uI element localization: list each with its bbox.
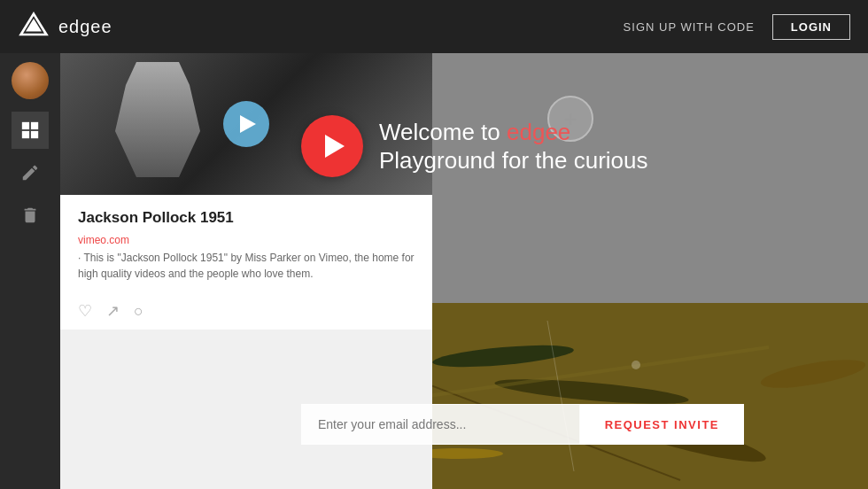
email-input[interactable]	[301, 404, 580, 445]
logo-text: edgee	[58, 17, 112, 37]
logo-icon	[18, 11, 50, 43]
avatar[interactable]	[12, 62, 49, 99]
welcome-prefix: Welcome to	[379, 119, 507, 145]
sidebar	[0, 53, 60, 489]
pencil-icon	[20, 163, 40, 182]
welcome-play-button[interactable]	[301, 115, 363, 177]
signup-with-code-link[interactable]: SIGN UP WITH CODE	[624, 20, 755, 34]
header: edgee SIGN UP WITH CODE LOGIN	[0, 0, 868, 53]
sidebar-trash-icon[interactable]	[12, 197, 49, 234]
svg-rect-3	[31, 122, 38, 129]
svg-rect-4	[22, 131, 29, 138]
video-card: Jackson Pollock 1951 vimeo.com · This is…	[60, 53, 432, 330]
svg-rect-2	[22, 122, 29, 129]
sidebar-grid-icon[interactable]	[12, 112, 49, 149]
grid-icon	[20, 120, 40, 140]
card-source: vimeo.com	[78, 234, 415, 246]
card-title: Jackson Pollock 1951	[78, 209, 415, 227]
share-icon[interactable]: ↗	[106, 301, 120, 321]
svg-rect-5	[31, 131, 38, 138]
card-description: · This is "Jackson Pollock 1951" by Miss…	[78, 250, 415, 282]
video-figure	[105, 62, 211, 177]
email-form: REQUEST INVITE	[301, 404, 744, 445]
request-invite-button[interactable]: REQUEST INVITE	[580, 404, 744, 445]
comment-icon[interactable]: ○	[134, 302, 143, 321]
welcome-text: Welcome to edgee Playground for the curi…	[379, 118, 648, 175]
logo-area: edgee	[18, 11, 112, 43]
like-icon[interactable]: ♡	[78, 301, 92, 321]
card-actions: ♡ ↗ ○	[60, 292, 432, 330]
welcome-brand: edgee	[507, 119, 570, 145]
sidebar-pencil-icon[interactable]	[12, 154, 49, 191]
video-play-button[interactable]	[223, 101, 269, 147]
login-button[interactable]: LOGIN	[772, 14, 850, 40]
welcome-subline: Playground for the curious	[379, 147, 648, 175]
header-nav: SIGN UP WITH CODE LOGIN	[624, 14, 850, 40]
welcome-headline: Welcome to edgee	[379, 118, 648, 148]
trash-icon	[20, 206, 40, 225]
welcome-section: Welcome to edgee Playground for the curi…	[301, 115, 648, 177]
card-body: Jackson Pollock 1951 vimeo.com · This is…	[60, 195, 432, 292]
svg-point-19	[632, 361, 640, 369]
